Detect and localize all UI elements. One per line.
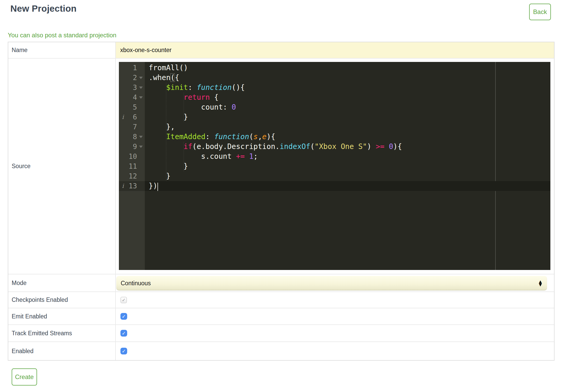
gutter-cell: 2: [119, 73, 145, 83]
code-token: count:: [149, 103, 232, 111]
gutter-cell: i6: [119, 112, 145, 122]
new-projection-page: New Projection Back You can also post a …: [0, 0, 561, 392]
code-line[interactable]: fromAll(): [145, 63, 550, 73]
code-token: return: [184, 93, 210, 102]
gutter-cell: 3: [119, 83, 145, 92]
code-token: ){: [267, 132, 275, 141]
annotation-info-icon[interactable]: i: [122, 181, 124, 191]
code-line[interactable]: count: 0: [145, 102, 550, 112]
code-token: function: [197, 83, 232, 92]
track-checkbox[interactable]: ✓: [120, 330, 127, 337]
fold-widget-icon[interactable]: [139, 96, 143, 99]
track-row: Track Emitted Streams ✓: [8, 325, 554, 342]
fold-widget-icon[interactable]: [139, 87, 143, 89]
code-token: ;: [254, 152, 258, 161]
code-line[interactable]: .when({: [145, 73, 550, 83]
code-token: :: [205, 132, 214, 141]
mode-select[interactable]: Continuous ▲ ▼: [116, 276, 547, 290]
code-token: [149, 132, 166, 141]
projection-form-table: Name Source 12345i6789101112i13 fromAll(…: [8, 42, 555, 361]
code-token: 0: [232, 103, 236, 111]
gutter-cell: 1: [119, 63, 145, 73]
standard-projection-link[interactable]: You can also post a standard projection: [8, 32, 116, 39]
check-icon: ✓: [122, 348, 126, 354]
code-token: s.count: [149, 152, 236, 161]
fold-widget-icon[interactable]: [139, 146, 143, 148]
code-token: $init: [166, 83, 188, 92]
code-line[interactable]: ItemAdded: function(s,e){: [145, 132, 550, 142]
checkpoints-checkbox: ✓: [120, 297, 127, 303]
code-token: }: [149, 113, 188, 121]
code-token: 1: [249, 152, 254, 161]
code-line[interactable]: s.count += 1;: [145, 152, 550, 161]
emit-label: Emit Enabled: [8, 308, 116, 324]
code-token: (: [249, 132, 254, 141]
code-token: [149, 93, 184, 102]
source-row: Source 12345i6789101112i13 fromAll().whe…: [8, 59, 554, 274]
code-token: {: [175, 73, 179, 82]
track-label: Track Emitted Streams: [8, 325, 116, 341]
text-cursor: [157, 183, 158, 191]
code-token: }): [149, 182, 157, 190]
gutter-cell: 8: [119, 132, 145, 142]
mode-label: Mode: [8, 274, 116, 291]
code-token: +=: [236, 152, 245, 161]
code-token: [384, 142, 389, 151]
code-line[interactable]: return {: [145, 92, 550, 102]
code-token: (: [170, 73, 175, 82]
mode-selected-value: Continuous: [121, 280, 151, 287]
code-token: ,: [258, 132, 262, 141]
arrow-down-icon: ▼: [539, 283, 542, 286]
name-label: Name: [8, 42, 116, 58]
gutter-cell: 12: [119, 171, 145, 181]
gutter-cell: 9: [119, 142, 145, 152]
checkpoints-row: Checkpoints Enabled ✓: [8, 292, 554, 308]
code-token: }: [149, 162, 188, 170]
code-line[interactable]: if(e.body.Description.indexOf("Xbox One …: [145, 142, 550, 152]
code-token: s: [254, 132, 258, 141]
checkpoints-label: Checkpoints Enabled: [8, 292, 116, 308]
check-icon: ✓: [122, 330, 126, 337]
code-token: fromAll(): [149, 63, 188, 72]
code-token: .when: [149, 73, 170, 82]
code-line[interactable]: }: [145, 171, 550, 181]
enabled-label: Enabled: [8, 342, 116, 360]
emit-row: Emit Enabled ✓: [8, 308, 554, 325]
fold-widget-icon[interactable]: [139, 77, 143, 79]
code-token: e: [262, 132, 267, 141]
gutter-cell: 10: [119, 152, 145, 161]
source-code-editor[interactable]: 12345i6789101112i13 fromAll().when({ $in…: [119, 62, 550, 270]
code-line[interactable]: }): [145, 181, 550, 191]
code-token: ItemAdded: [166, 132, 205, 141]
code-token: },: [149, 123, 175, 131]
gutter-cell: i13: [119, 181, 145, 191]
code-token: [245, 152, 249, 161]
code-line[interactable]: $init: function(){: [145, 83, 550, 92]
name-input[interactable]: [116, 42, 554, 58]
code-line[interactable]: }: [145, 161, 550, 171]
enabled-checkbox[interactable]: ✓: [120, 348, 127, 354]
back-button[interactable]: Back: [529, 4, 551, 20]
fold-widget-icon[interactable]: [139, 136, 143, 138]
create-button[interactable]: Create: [12, 368, 37, 386]
annotation-info-icon[interactable]: i: [122, 112, 124, 122]
code-token: }: [149, 172, 170, 180]
gutter-cell: 4: [119, 92, 145, 102]
check-icon: ✓: [122, 313, 126, 320]
code-token: indexOf: [280, 142, 310, 151]
page-title: New Projection: [10, 3, 77, 14]
code-token: ){: [393, 142, 402, 151]
emit-checkbox[interactable]: ✓: [120, 313, 127, 320]
code-token: (e.body.Description.: [192, 142, 280, 151]
code-line[interactable]: },: [145, 122, 550, 132]
code-token: ): [367, 142, 376, 151]
code-token: 0: [389, 142, 393, 151]
editor-gutter: 12345i6789101112i13: [119, 62, 145, 270]
code-token: (: [310, 142, 315, 151]
mode-row: Mode Continuous ▲ ▼: [8, 274, 554, 292]
editor-code-area[interactable]: fromAll().when({ $init: function(){ retu…: [145, 62, 550, 270]
code-token: function: [214, 132, 249, 141]
code-token: >=: [376, 142, 385, 151]
name-row: Name: [8, 42, 554, 59]
code-line[interactable]: }: [145, 112, 550, 122]
